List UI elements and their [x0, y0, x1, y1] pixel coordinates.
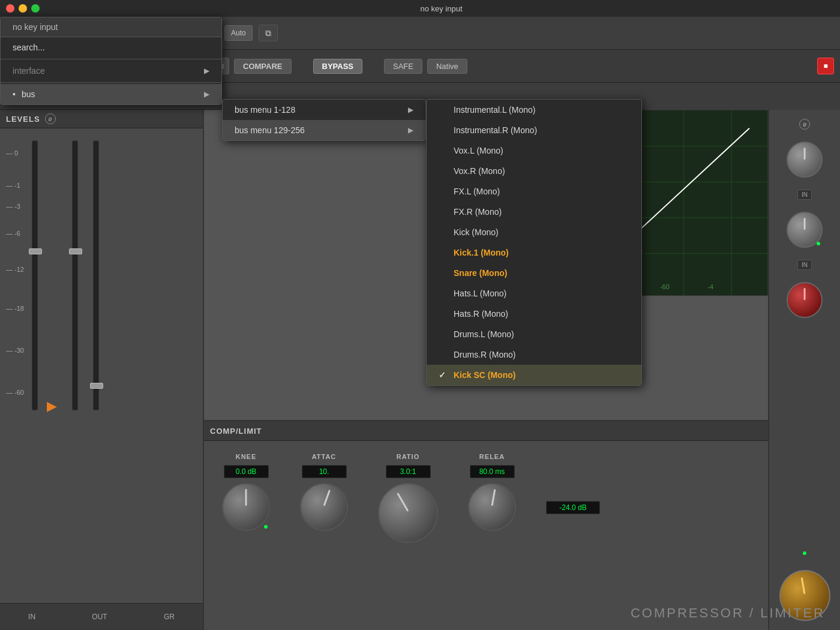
channel-item-snare[interactable]: Snare (Mono)	[427, 263, 641, 283]
right-knob-red[interactable]	[787, 282, 823, 318]
channel-item-vox-r[interactable]: Vox.R (Mono)	[427, 161, 641, 181]
channel-item-fx-l[interactable]: FX.L (Mono)	[427, 181, 641, 202]
out-fader-group	[72, 140, 78, 410]
no-key-input-text: no key input	[13, 22, 58, 32]
levels-header: LEVELS ø	[0, 110, 203, 128]
in-fader-thumb[interactable]	[29, 248, 42, 254]
channel-item-fx-r[interactable]: FX.R (Mono)	[427, 202, 641, 222]
bus-arrow-icon: ▶	[204, 90, 209, 98]
levels-panel: LEVELS ø — 0 — -1 — -3 — -6 — -12 — -18 …	[0, 110, 204, 630]
channels-submenu: Instrumental.L (Mono) Instrumental.R (Mo…	[426, 99, 642, 386]
channel-item-instrumental-l[interactable]: Instrumental.L (Mono)	[427, 100, 641, 120]
knee-label: KNEE	[236, 453, 257, 460]
faders-area: — 0 — -1 — -3 — -6 — -12 — -18 — -30 — -…	[0, 128, 203, 601]
in-fader-track[interactable]	[32, 140, 38, 410]
meter-icon: ø	[45, 113, 56, 124]
title-bar-text: no key input	[49, 4, 834, 13]
release-value: 80.0 ms	[470, 465, 515, 478]
bus-menu-129-256[interactable]: bus menu 129-256 ▶	[223, 120, 425, 140]
bus-menu-129-256-label: bus menu 129-256	[235, 125, 305, 135]
copy-icon: ⧉	[265, 28, 271, 38]
preset-copy-icon[interactable]: ⧉	[259, 25, 278, 41]
title-bar: no key input	[0, 0, 840, 17]
comp-limit-panel: COMP/LIMIT KNEE 0.0 dB ATTAC	[204, 420, 768, 630]
bypass-button[interactable]: BYPASS	[313, 59, 363, 74]
native-button[interactable]: Native	[427, 59, 467, 74]
play-button-area: ▶	[47, 398, 57, 414]
channel-item-hats-l[interactable]: Hats.L (Mono)	[427, 283, 641, 304]
safe-button[interactable]: SAFE	[384, 59, 422, 74]
comp-limit-title: COMP/LIMIT	[210, 427, 262, 436]
green-dot	[803, 551, 806, 555]
channel-item-kick-sc[interactable]: ✓ Kick SC (Mono)	[427, 365, 641, 385]
auto-button[interactable]: Auto	[224, 25, 253, 41]
bus-menu-1-128-arrow-icon: ▶	[408, 106, 413, 114]
attack-knob[interactable]	[300, 483, 348, 531]
levels-bottom-labels: IN OUT GR	[0, 603, 203, 630]
svg-text:-60: -60	[660, 283, 670, 290]
bus-menu-1-128[interactable]: bus menu 1-128 ▶	[223, 100, 425, 120]
play-icon[interactable]: ▶	[47, 398, 57, 414]
interface-item[interactable]: interface ▶	[1, 61, 221, 81]
traffic-lights	[6, 4, 40, 13]
ratio-knob[interactable]	[378, 483, 438, 543]
compare-button[interactable]: COMPARE	[234, 59, 291, 74]
release-label: RELEA	[479, 453, 505, 460]
knee-knob[interactable]	[222, 483, 270, 531]
attack-group: ATTAC 10.	[300, 453, 348, 531]
channel-item-hats-r[interactable]: Hats.R (Mono)	[427, 304, 641, 324]
release-group: RELEA 80.0 ms	[468, 453, 516, 531]
attack-label: ATTAC	[312, 453, 337, 460]
search-item[interactable]: search...	[1, 37, 221, 58]
separator-2	[1, 82, 221, 83]
gr-label: GR	[164, 613, 175, 621]
record-button[interactable]: ■	[817, 58, 834, 74]
channel-item-vox-l[interactable]: Vox.L (Mono)	[427, 140, 641, 161]
channel-item-kick-1[interactable]: Kick.1 (Mono)	[427, 242, 641, 263]
main-area: LEVELS ø — 0 — -1 — -3 — -6 — -12 — -18 …	[0, 110, 840, 630]
gr-fader-thumb[interactable]	[90, 383, 103, 389]
interface-label: interface	[13, 66, 45, 76]
bus-menu-1-128-label: bus menu 1-128	[235, 105, 295, 115]
out-fader-thumb[interactable]	[69, 248, 82, 254]
threshold-value: -24.0 dB	[546, 501, 600, 514]
attack-value: 10.	[302, 465, 347, 478]
channel-item-drums-l[interactable]: Drums.L (Mono)	[427, 324, 641, 344]
out-label: OUT	[92, 613, 107, 621]
channel-item-kick[interactable]: Kick (Mono)	[427, 222, 641, 242]
release-knob[interactable]	[468, 483, 516, 531]
interface-arrow-icon: ▶	[204, 67, 209, 75]
gr-fader-track[interactable]	[93, 140, 99, 410]
bullet-icon: •	[13, 89, 16, 99]
right-panel: ø IN IN	[768, 110, 840, 630]
threshold-group: -24.0 dB	[546, 453, 600, 520]
bus-label: bus	[22, 89, 35, 99]
in-badge-1: IN	[797, 190, 812, 200]
main-dropdown-menu: no key input search... interface ▶ •bus …	[0, 17, 222, 105]
fader-scale: — 0 — -1 — -3 — -6 — -12 — -18 — -30 — -…	[6, 149, 24, 410]
bus-menu-129-256-arrow-icon: ▶	[408, 126, 413, 134]
svg-text:-4: -4	[707, 283, 713, 290]
out-fader-track[interactable]	[72, 140, 78, 410]
channel-item-drums-r[interactable]: Drums.R (Mono)	[427, 344, 641, 365]
plugin-window: no key input Track reset ▾ Auto ⧉ Dyn3 C…	[0, 0, 840, 630]
check-icon: ✓	[439, 370, 448, 380]
separator-1	[1, 59, 221, 59]
gr-fader-group	[93, 140, 99, 410]
maximize-button[interactable]	[31, 4, 40, 13]
right-knob-2[interactable]	[787, 212, 823, 248]
in-badge-2: IN	[797, 260, 812, 270]
close-button[interactable]	[6, 4, 14, 13]
in-fader-group	[32, 140, 38, 410]
right-knob-1[interactable]	[787, 142, 823, 178]
knobs-row: KNEE 0.0 dB ATTAC 10.	[204, 441, 768, 555]
in-label: IN	[28, 613, 35, 621]
no-key-input-bar: no key input	[1, 17, 221, 37]
minimize-button[interactable]	[19, 4, 27, 13]
bus-item[interactable]: •bus ▶	[1, 84, 221, 104]
record-icon: ■	[823, 62, 827, 70]
levels-title: LEVELS	[6, 115, 40, 124]
channel-item-instrumental-r[interactable]: Instrumental.R (Mono)	[427, 120, 641, 140]
bus-submenu: bus menu 1-128 ▶ bus menu 129-256 ▶	[222, 99, 426, 141]
search-label: search...	[13, 43, 45, 52]
